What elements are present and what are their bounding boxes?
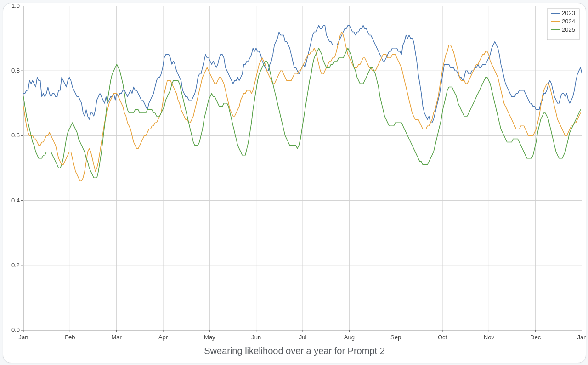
svg-text:Nov: Nov [484,334,495,341]
svg-text:2023: 2023 [562,10,575,17]
svg-text:Oct: Oct [438,334,447,341]
svg-text:Feb: Feb [65,334,75,341]
svg-text:2025: 2025 [562,26,575,33]
svg-text:Jan: Jan [577,334,586,341]
svg-text:2024: 2024 [562,18,575,25]
svg-text:Mar: Mar [111,334,122,341]
line-chart: 0.00.20.40.60.81.0JanFebMarAprMayJunJulA… [3,3,586,344]
svg-text:Jun: Jun [251,334,261,341]
svg-text:0.2: 0.2 [11,262,20,269]
chart-card: 0.00.20.40.60.81.0JanFebMarAprMayJunJulA… [3,3,586,363]
svg-text:0.4: 0.4 [11,197,20,204]
chart-caption: Swearing likelihood over a year for Prom… [3,346,586,356]
svg-text:Aug: Aug [344,334,355,341]
svg-text:Dec: Dec [530,334,541,341]
svg-text:May: May [204,334,215,341]
svg-text:Jul: Jul [299,334,307,341]
svg-text:Apr: Apr [158,334,168,341]
svg-text:0.6: 0.6 [11,132,20,139]
svg-text:0.0: 0.0 [11,326,20,333]
svg-text:Jan: Jan [19,334,28,341]
svg-text:Sep: Sep [390,334,401,341]
svg-text:1.0: 1.0 [11,3,20,9]
svg-text:0.8: 0.8 [11,67,20,74]
